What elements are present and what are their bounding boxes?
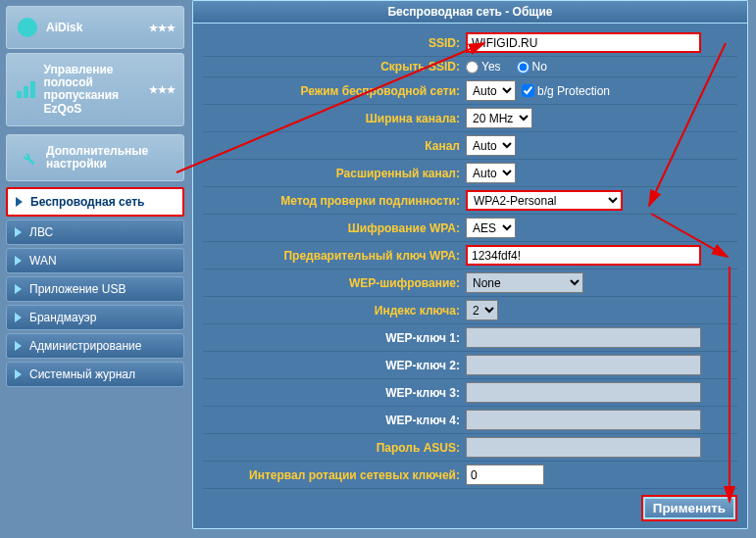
sidebar-label: Дополнительные настройки xyxy=(46,145,148,171)
sidebar-item-lan[interactable]: ЛВС xyxy=(6,220,184,245)
panel-title: Беспроводная сеть - Общие xyxy=(193,0,747,24)
row-key-index: Индекс ключа: 2 xyxy=(203,297,737,324)
label-wep1: WEP-ключ 1: xyxy=(203,331,466,345)
wep-enc-select[interactable]: None xyxy=(466,272,583,293)
row-width: Ширина канала: 20 MHz xyxy=(203,105,737,132)
wep1-input[interactable] xyxy=(466,327,701,348)
arrow-icon xyxy=(15,341,22,351)
sidebar-label: Администрирование xyxy=(29,339,141,353)
sidebar-label: WAN xyxy=(29,254,57,268)
label-asus-pass: Пароль ASUS: xyxy=(203,441,466,455)
label-wep3: WEP-ключ 3: xyxy=(203,386,466,400)
sidebar-card-aidisk[interactable]: AiDisk ★★★ xyxy=(6,6,184,49)
sidebar-label: AiDisk xyxy=(46,21,82,34)
arrow-icon xyxy=(15,313,22,322)
apply-button[interactable]: Применить xyxy=(641,495,737,521)
row-wep1: WEP-ключ 1: xyxy=(203,324,737,352)
label-ssid: SSID: xyxy=(203,36,466,50)
sidebar-item-firewall[interactable]: Брандмауэр xyxy=(6,305,184,330)
sidebar-item-usb[interactable]: Приложение USB xyxy=(6,276,184,302)
sidebar-label: ЛВС xyxy=(29,225,53,239)
label-rotation: Интервал ротации сетевых ключей: xyxy=(203,468,466,482)
mode-select[interactable]: Auto xyxy=(466,80,516,101)
row-wep2: WEP-ключ 2: xyxy=(203,352,737,379)
auth-select[interactable]: WPA2-Personal xyxy=(466,190,623,211)
sidebar-label: Брандмауэр xyxy=(29,311,96,324)
settings-panel: Беспроводная сеть - Общие SSID: Скрыть S… xyxy=(192,0,748,529)
sidebar-label: Беспроводная сеть xyxy=(30,195,144,209)
label-key-index: Индекс ключа: xyxy=(203,304,466,318)
row-wep-enc: WEP-шифрование: None xyxy=(203,269,737,297)
label-channel: Канал xyxy=(203,139,466,153)
wep4-input[interactable] xyxy=(466,410,701,430)
stars-icon: ★★★ xyxy=(149,84,176,95)
row-wpa-key: Предварительный ключ WPA: xyxy=(203,242,737,269)
stars-icon: ★★★ xyxy=(149,23,176,33)
row-wep3: WEP-ключ 3: xyxy=(203,379,737,407)
arrow-icon xyxy=(15,369,22,379)
row-asus-pass: Пароль ASUS: xyxy=(203,434,737,462)
sidebar-label: Приложение USB xyxy=(29,282,126,296)
hide-ssid-yes[interactable]: Yes xyxy=(466,60,501,73)
wrench-icon xyxy=(15,147,40,169)
label-wep-enc: WEP-шифрование: xyxy=(203,276,466,290)
hide-ssid-no[interactable]: No xyxy=(517,60,547,73)
label-hide-ssid: Скрыть SSID: xyxy=(203,60,466,73)
sidebar-item-wireless-active[interactable]: Беспроводная сеть xyxy=(6,187,184,217)
label-ext-channel: Расширенный канал: xyxy=(203,167,466,180)
sidebar-card-ezqos[interactable]: Управление полосой пропускания EzQoS ★★★ xyxy=(6,53,184,126)
sidebar-card-advanced[interactable]: Дополнительные настройки xyxy=(6,134,184,181)
ext-channel-select[interactable]: Auto xyxy=(466,163,516,183)
arrow-icon xyxy=(15,227,22,237)
label-auth: Метод проверки подлинности: xyxy=(203,194,466,208)
arrow-icon xyxy=(15,284,22,294)
label-wep2: WEP-ключ 2: xyxy=(203,359,466,372)
width-select[interactable]: 20 MHz xyxy=(466,108,532,128)
arrow-icon xyxy=(16,197,23,207)
row-auth: Метод проверки подлинности: WPA2-Persona… xyxy=(203,187,737,215)
label-wep4: WEP-ключ 4: xyxy=(203,414,466,427)
bars-icon xyxy=(15,78,38,100)
rotation-input[interactable] xyxy=(466,465,544,485)
label-width: Ширина канала: xyxy=(203,112,466,125)
row-channel: Канал Auto xyxy=(203,132,737,160)
row-mode: Режим беспроводной сети: Auto b/g Protec… xyxy=(203,77,737,105)
row-hide-ssid: Скрыть SSID: Yes No xyxy=(203,57,737,77)
bg-protection-checkbox[interactable]: b/g Protection xyxy=(522,84,610,98)
wpa-enc-select[interactable]: AES xyxy=(466,218,516,238)
asus-pass-input[interactable] xyxy=(466,437,701,458)
key-index-select[interactable]: 2 xyxy=(466,300,498,320)
disk-icon xyxy=(15,17,40,38)
ssid-input[interactable] xyxy=(466,32,701,53)
wpa-key-input[interactable] xyxy=(466,245,701,266)
arrow-icon xyxy=(15,256,22,266)
row-ext-channel: Расширенный канал: Auto xyxy=(203,160,737,187)
wep2-input[interactable] xyxy=(466,355,701,375)
row-ssid: SSID: xyxy=(203,29,737,57)
sidebar-label: Управление полосой пропускания EzQoS xyxy=(44,64,149,116)
row-rotation: Интервал ротации сетевых ключей: xyxy=(203,462,737,489)
label-wpa-key: Предварительный ключ WPA: xyxy=(203,249,466,263)
row-wep4: WEP-ключ 4: xyxy=(203,407,737,434)
label-wpa-enc: Шифрование WPA: xyxy=(203,221,466,235)
channel-select[interactable]: Auto xyxy=(466,135,516,156)
sidebar-item-wan[interactable]: WAN xyxy=(6,248,184,273)
sidebar-item-syslog[interactable]: Системный журнал xyxy=(6,362,184,387)
sidebar-item-admin[interactable]: Администрирование xyxy=(6,333,184,359)
sidebar-label: Системный журнал xyxy=(29,367,135,381)
row-wpa-enc: Шифрование WPA: AES xyxy=(203,215,737,242)
label-mode: Режим беспроводной сети: xyxy=(203,84,466,98)
wep3-input[interactable] xyxy=(466,382,701,403)
